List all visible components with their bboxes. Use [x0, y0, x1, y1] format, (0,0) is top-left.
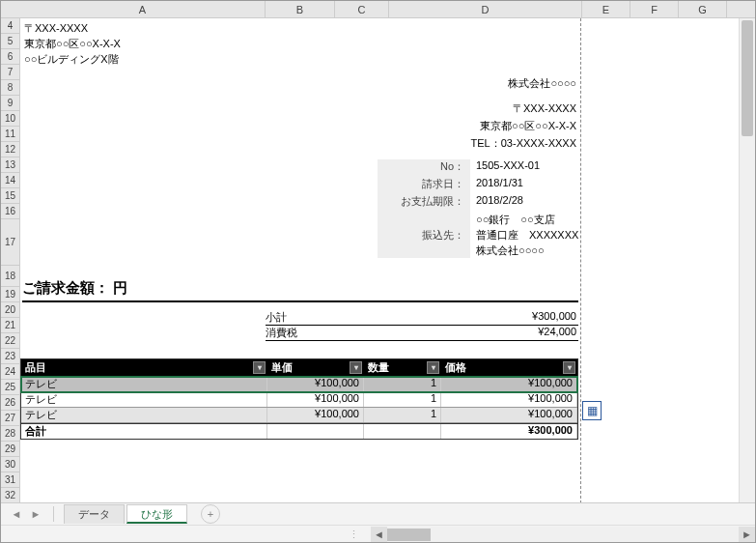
filter-button-price[interactable]: ▾	[563, 361, 575, 374]
sender-company: 株式会社○○○○	[471, 74, 576, 92]
filter-button-item[interactable]: ▾	[253, 361, 266, 374]
table-row[interactable]: テレビ ¥100,000 1 ¥100,000	[21, 408, 577, 423]
total-value: ¥300,000	[441, 424, 577, 439]
date-value: 2018/1/31	[470, 177, 596, 194]
vertical-scrollbar[interactable]	[739, 18, 755, 503]
worksheet[interactable]: 〒XXX-XXXX 東京都○○区○○X-X-X ○○ビルディングX階 株式会社○…	[20, 18, 739, 503]
col-D[interactable]: D	[389, 1, 582, 17]
table-header-row: 品目▾ 単価▾ 数量▾ 価格▾	[21, 359, 577, 377]
filter-button-unit[interactable]: ▾	[350, 361, 362, 374]
items-table[interactable]: 品目▾ 単価▾ 数量▾ 価格▾ テレビ ¥100,000 1 ¥100,000 …	[20, 358, 578, 440]
column-headers[interactable]: A B C D E F G	[1, 1, 755, 18]
col-C[interactable]: C	[335, 1, 389, 17]
split-handle-icon[interactable]: ⋮	[349, 529, 361, 541]
no-value: 1505-XXX-01	[470, 159, 596, 177]
row-headers[interactable]: 4 5 6 7 8 9 10 11 12 13 14 15 16 17 18 1…	[1, 18, 20, 519]
recipient-bldg: ○○ビルディングX階	[24, 51, 121, 67]
sender-tel: TEL：03-XXXX-XXXX	[471, 134, 576, 152]
table-row[interactable]: テレビ ¥100,000 1 ¥100,000	[21, 392, 577, 408]
sender-addr: 東京都○○区○○X-X-X	[471, 117, 576, 134]
new-sheet-button[interactable]: +	[201, 504, 220, 524]
date-label: 請求日：	[378, 177, 470, 194]
hscroll-left[interactable]: ◄	[371, 527, 387, 543]
recipient-postal: 〒XXX-XXXX	[24, 20, 121, 36]
sheet-tab-template[interactable]: ひな形	[126, 504, 187, 524]
bank-value: ○○銀行 ○○支店 普通口座 XXXXXXX 株式会社○○○○	[470, 212, 596, 258]
filter-button-qty[interactable]: ▾	[427, 361, 439, 374]
subtotal-value: ¥300,000	[381, 310, 578, 325]
hscroll-right[interactable]: ►	[739, 527, 755, 543]
sender-postal: 〒XXX-XXXX	[471, 100, 576, 117]
horizontal-scrollbar[interactable]: ◄ ►	[371, 527, 755, 543]
recipient-address: 〒XXX-XXXX 東京都○○区○○X-X-X ○○ビルディングX階	[24, 20, 121, 67]
tab-nav-next[interactable]: ►	[28, 506, 43, 522]
table-totals-row: 合計 ¥300,000	[21, 423, 577, 439]
header-qty: 数量▾	[364, 359, 441, 377]
header-item: 品目▾	[21, 359, 267, 377]
tab-nav-prev[interactable]: ◄	[9, 506, 24, 522]
col-F[interactable]: F	[630, 1, 679, 17]
insert-options-icon[interactable]: ▦	[582, 401, 602, 420]
due-label: お支払期限：	[378, 194, 470, 212]
page-break-line	[580, 18, 581, 503]
subtotal-section: 小計¥300,000 消費税¥24,000	[266, 310, 578, 341]
table-body: テレビ ¥100,000 1 ¥100,000 テレビ ¥100,000 1 ¥…	[21, 377, 577, 423]
sender-info: 株式会社○○○○ 〒XXX-XXXX 東京都○○区○○X-X-X TEL：03-…	[471, 74, 576, 152]
col-B[interactable]: B	[266, 1, 335, 17]
sheet-tab-bar: ◄ ► データ ひな形 + ⋮ ◄ ►	[1, 502, 755, 542]
billing-amount-title: ご請求金額： 円	[22, 279, 578, 302]
scrollbar-thumb[interactable]	[742, 20, 753, 136]
table-row[interactable]: テレビ ¥100,000 1 ¥100,000	[21, 377, 577, 392]
hscroll-thumb[interactable]	[387, 529, 431, 541]
no-label: No：	[378, 159, 470, 177]
bank-label: 振込先：	[378, 212, 470, 258]
total-label: 合計	[21, 424, 267, 439]
invoice-meta: No：1505-XXX-01 請求日：2018/1/31 お支払期限：2018/…	[378, 159, 596, 258]
sheet-tab-data[interactable]: データ	[64, 504, 125, 524]
header-price: 価格▾	[441, 359, 577, 377]
header-unit: 単価▾	[267, 359, 364, 377]
col-G[interactable]: G	[679, 1, 727, 17]
tax-value: ¥24,000	[381, 326, 578, 340]
subtotal-label: 小計	[266, 310, 381, 325]
col-A[interactable]: A	[20, 1, 266, 17]
tax-label: 消費税	[266, 326, 381, 340]
recipient-addr: 東京都○○区○○X-X-X	[24, 36, 121, 51]
due-value: 2018/2/28	[470, 194, 596, 212]
col-E[interactable]: E	[582, 1, 630, 17]
